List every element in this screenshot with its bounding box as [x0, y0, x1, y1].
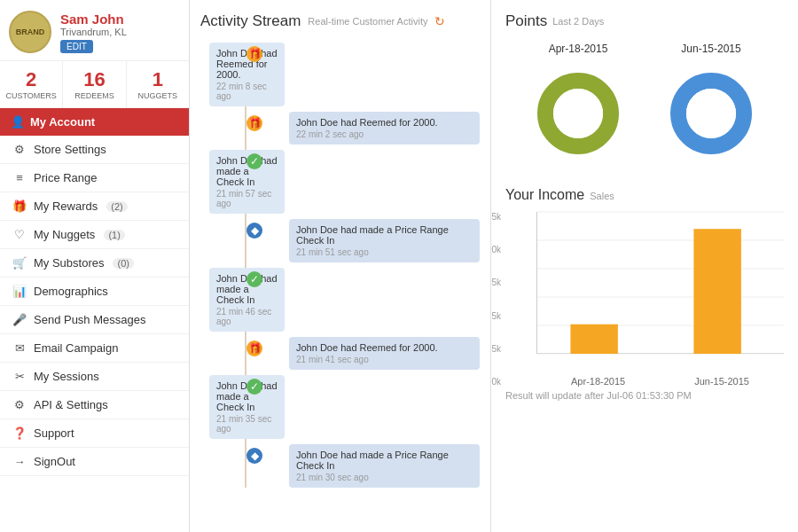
- person-icon: 👤: [11, 115, 25, 129]
- nav-icon: ✂: [12, 370, 27, 383]
- nav-badge: (1): [104, 230, 124, 240]
- timeline-item: John Doe had Reemed for 2000. 22 min 8 s…: [209, 43, 480, 106]
- timeline-icon-price: ◆: [246, 223, 262, 239]
- stat-label: NUGGETS: [130, 91, 185, 100]
- y-axis-label: 0k: [491, 377, 501, 387]
- activity-time: 21 min 46 sec ago: [216, 307, 278, 326]
- activity-time: 21 min 51 sec ago: [296, 247, 473, 257]
- nav-item[interactable]: 🛒My Substores(0): [0, 249, 189, 278]
- timeline-card: John Doe had made a Price Range Check In…: [289, 219, 480, 262]
- nav-icon: ♡: [12, 228, 27, 241]
- timeline-item: ◆ John Doe had made a Price Range Check …: [209, 219, 480, 262]
- stat-num: 1: [130, 68, 185, 91]
- bar: [693, 229, 740, 354]
- y-axis-label: 7.5k: [491, 278, 501, 287]
- nav-label: API & Settings: [34, 398, 108, 411]
- activity-title: Activity Stream: [200, 12, 301, 30]
- nav-item[interactable]: 🎁My Rewards(2): [0, 192, 189, 221]
- activity-time: 21 min 41 sec ago: [296, 355, 473, 364]
- profile-section: BRAND Sam John Trivandrum, KL EDIT: [0, 0, 189, 61]
- timeline-item: John Doe had made a Check In 21 min 35 s…: [209, 375, 480, 439]
- timeline-right: John Doe had made a Price Range Check In…: [289, 219, 480, 262]
- activity-time: 21 min 57 sec ago: [216, 189, 278, 208]
- y-axis-label: 2.5k: [491, 344, 501, 354]
- sidebar: BRAND Sam John Trivandrum, KL EDIT 2CUST…: [0, 0, 190, 532]
- profile-name: Sam John: [60, 12, 180, 27]
- timeline-item: John Doe had made a Check In 21 min 46 s…: [209, 268, 480, 332]
- donut-svg: 100.0%0.0%: [658, 60, 764, 167]
- nav-icon: ⚙: [12, 143, 27, 156]
- refresh-icon[interactable]: ↻: [434, 14, 445, 28]
- nav-label: Demographics: [34, 285, 108, 298]
- points-subtitle: Last 2 Days: [552, 16, 604, 27]
- stat-box: 1NUGGETS: [127, 61, 189, 107]
- points-panel: Points Last 2 Days Apr-18-2015100.0%0.0%…: [491, 0, 798, 532]
- timeline-card: John Doe had Reemed for 2000. 22 min 2 s…: [289, 112, 480, 145]
- donut-date-label: Apr-18-2015: [525, 43, 631, 55]
- bar-chart-wrapper: 12.5k10k7.5k5k2.5k0k Apr-18-2015Jun-15-2…: [505, 212, 784, 387]
- nav-item[interactable]: ✂My Sessions: [0, 363, 189, 391]
- svg-text:0.0%: 0.0%: [568, 97, 589, 106]
- timeline-item: ◆ John Doe had made a Price Range Check …: [209, 444, 480, 488]
- timeline-icon-check: ✓: [246, 271, 262, 287]
- nav-label: My Nuggets: [34, 228, 95, 241]
- nav-badge: (2): [106, 201, 127, 212]
- activity-text: John Doe had Reemed for 2000.: [296, 342, 473, 353]
- edit-button[interactable]: EDIT: [60, 40, 93, 53]
- stat-label: REDEEMS: [66, 91, 121, 100]
- nav-item[interactable]: 🎤Send Push Messages: [0, 306, 189, 334]
- nav-item[interactable]: ⚙API & Settings: [0, 391, 189, 419]
- timeline-right: John Doe had made a Price Range Check In…: [289, 444, 480, 488]
- stat-label: CUSTOMERS: [4, 91, 59, 100]
- bar: [570, 325, 617, 354]
- nav-item[interactable]: ⚙Store Settings: [0, 136, 189, 164]
- profile-location: Trivandrum, KL: [60, 27, 180, 37]
- nav-item[interactable]: →SignOut: [0, 448, 189, 476]
- nav-item[interactable]: ≡Price Range: [0, 164, 189, 192]
- donut-chart-container: Apr-18-2015100.0%0.0%: [525, 43, 631, 169]
- stat-box: 16REDEEMS: [63, 61, 126, 107]
- svg-text:100.0%: 100.0%: [694, 122, 728, 133]
- nav-icon: 🎤: [12, 313, 27, 326]
- nav-badge: (0): [113, 258, 133, 269]
- timeline-icon-check: ✓: [246, 379, 262, 395]
- timeline-item: 🎁 John Doe had Reemed for 2000. 22 min 2…: [209, 112, 480, 145]
- y-axis: 12.5k10k7.5k5k2.5k0k: [491, 212, 501, 387]
- nav-icon: ✉: [12, 341, 27, 355]
- svg-text:100.0%: 100.0%: [561, 122, 595, 133]
- timeline-icon-gift: 🎁: [246, 340, 262, 356]
- nav-label: Store Settings: [34, 143, 106, 156]
- y-axis-label: 5k: [491, 311, 501, 321]
- nav-label: My Rewards: [34, 200, 98, 213]
- timeline-icon-gift: 🎁: [246, 46, 262, 62]
- donut-svg: 100.0%0.0%: [525, 60, 631, 167]
- timeline-card: John Doe had Reemed for 2000. 21 min 41 …: [289, 337, 480, 370]
- timeline-item: 🎁 John Doe had Reemed for 2000. 21 min 4…: [209, 337, 480, 370]
- nav-icon: ⚙: [12, 398, 27, 411]
- nav-label: SignOut: [34, 455, 75, 468]
- nav-item[interactable]: ✉Email Campaign: [0, 334, 189, 363]
- activity-time: 21 min 30 sec ago: [296, 473, 473, 482]
- nav-item[interactable]: ❓Support: [0, 419, 189, 448]
- x-axis-label: Jun-15-2015: [694, 376, 749, 387]
- x-labels: Apr-18-2015Jun-15-2015: [536, 376, 784, 387]
- brand-logo: BRAND: [9, 11, 51, 53]
- bar-chart: [536, 212, 784, 354]
- nav-label: Price Range: [34, 171, 98, 184]
- nav-header: 👤 My Account: [0, 108, 189, 136]
- activity-time: 21 min 35 sec ago: [216, 414, 278, 434]
- nav-item[interactable]: 📊Demographics: [0, 278, 189, 306]
- timeline-icon-price: ◆: [246, 448, 262, 464]
- stat-box: 2CUSTOMERS: [0, 61, 63, 107]
- points-header: Points Last 2 Days: [505, 12, 784, 30]
- timeline-card: John Doe had made a Price Range Check In…: [289, 444, 480, 488]
- timeline-item: John Doe had made a Check In 21 min 57 s…: [209, 150, 480, 214]
- nav-item[interactable]: ♡My Nuggets(1): [0, 221, 189, 249]
- activity-time: 22 min 2 sec ago: [296, 129, 473, 139]
- timeline-right: John Doe had Reemed for 2000. 22 min 2 s…: [289, 112, 480, 145]
- activity-text: John Doe had made a Price Range Check In: [296, 450, 473, 471]
- stat-num: 16: [66, 68, 121, 91]
- activity-time: 22 min 8 sec ago: [216, 82, 278, 101]
- top-panels: Activity Stream Real-time Customer Activ…: [190, 0, 798, 532]
- svg-text:0.0%: 0.0%: [701, 97, 722, 106]
